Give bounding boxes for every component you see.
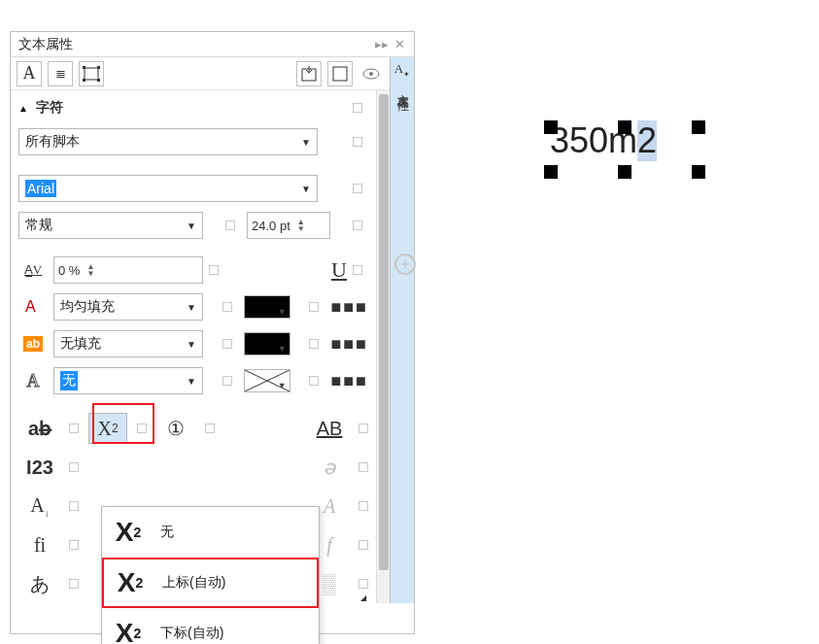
outline-checkbox[interactable]	[222, 376, 232, 386]
character-tool-button[interactable]: A	[17, 61, 42, 86]
outline-dropdown[interactable]: 无 ▼	[53, 367, 203, 394]
popup-item-subscript-auto[interactable]: X2 下标(自动)	[102, 608, 319, 644]
popup-label: 无	[160, 524, 174, 541]
font-style-dropdown[interactable]: 常规 ▼	[18, 212, 203, 239]
canvas-text-object[interactable]: 350m2	[550, 120, 657, 161]
fx-checkbox[interactable]	[358, 579, 368, 589]
kerning-input[interactable]: 0 % ▲▼	[53, 256, 203, 284]
font-size-input[interactable]: 24.0 pt ▲▼	[247, 212, 330, 239]
svg-rect-0	[85, 68, 98, 80]
panel-title: 文本属性	[18, 36, 375, 53]
new-page-tool-button[interactable]	[327, 61, 353, 86]
fx-checkbox[interactable]	[137, 424, 147, 433]
outline-swatch[interactable]: ▼	[244, 369, 290, 392]
fill-color-swatch[interactable]: ▼	[244, 295, 290, 319]
allcaps-button[interactable]: AB	[310, 413, 349, 444]
scrollbar-thumb[interactable]	[379, 94, 389, 570]
circled-button[interactable]: ①	[156, 413, 195, 444]
popup-label: 下标(自动)	[160, 625, 223, 642]
ruby-button[interactable]: あ	[20, 568, 59, 599]
kerning-icon: A̲V	[18, 257, 48, 283]
outline-value: 无	[60, 371, 78, 390]
chevron-down-icon: ▼	[301, 137, 311, 148]
fx-checkbox[interactable]	[358, 540, 368, 550]
font-family-dropdown[interactable]: Arial ▼	[18, 175, 318, 202]
ligature-button[interactable]: fi	[20, 529, 59, 560]
spin-down-icon[interactable]: ▼	[84, 270, 97, 277]
fx-checkbox[interactable]	[69, 579, 79, 589]
bg-fill-more-button[interactable]: ■■■	[330, 334, 368, 355]
strikethrough-button[interactable]: ab̶	[20, 413, 59, 444]
text-properties-tab-icon: A✦	[393, 61, 411, 79]
bg-fill-type-dropdown[interactable]: 无填充 ▼	[53, 330, 203, 357]
svg-rect-2	[97, 66, 100, 69]
fx-checkbox[interactable]	[358, 501, 368, 511]
bg-fill-color-checkbox[interactable]	[309, 339, 319, 349]
tool-strip: A ≣	[11, 57, 390, 90]
underline-button[interactable]: U	[331, 257, 347, 283]
import-tool-button[interactable]	[296, 61, 322, 86]
selection-handle[interactable]	[544, 165, 558, 179]
panel-header-icons: ▸▸ ✕	[375, 38, 406, 51]
frame-tool-button[interactable]	[79, 61, 104, 86]
ring-button[interactable]: ə	[310, 452, 349, 483]
collapse-icon[interactable]: ▸▸	[375, 38, 389, 51]
outline-more-button[interactable]: ■■■	[330, 371, 368, 391]
numeric-button[interactable]: I23	[20, 452, 59, 483]
selection-handle[interactable]	[544, 120, 558, 134]
script-dropdown[interactable]: 所有脚本 ▼	[18, 128, 318, 155]
selection-handle[interactable]	[692, 165, 705, 179]
fill-color-checkbox[interactable]	[309, 302, 319, 312]
chevron-down-icon: ▼	[278, 307, 287, 317]
underline-checkbox[interactable]	[353, 265, 362, 275]
fill-type-checkbox[interactable]	[222, 302, 232, 312]
selection-handle[interactable]	[692, 120, 705, 134]
close-icon[interactable]: ✕	[392, 38, 406, 51]
superscript-button[interactable]: X2◢	[88, 413, 127, 444]
kerning-checkbox[interactable]	[209, 265, 219, 275]
paragraph-tool-button[interactable]: ≣	[48, 61, 73, 86]
popup-item-superscript-auto[interactable]: X2 上标(自动)	[102, 558, 319, 608]
fill-type-dropdown[interactable]: 均匀填充 ▼	[53, 293, 203, 321]
fx-checkbox[interactable]	[69, 501, 79, 511]
font-family-checkbox[interactable]	[353, 184, 362, 193]
collapse-triangle-icon: ▲	[18, 103, 28, 114]
chevron-down-icon: ▼	[187, 376, 196, 387]
popup-item-none[interactable]: X2 无	[102, 507, 319, 558]
fx-checkbox[interactable]	[358, 462, 368, 472]
dropcap-button[interactable]: A↓	[20, 491, 59, 522]
font-size-value: 24.0 pt	[252, 219, 290, 233]
font-style-checkbox[interactable]	[225, 220, 235, 230]
selection-handle[interactable]	[618, 120, 631, 134]
visibility-tool-button[interactable]	[358, 61, 384, 86]
fx-checkbox[interactable]	[69, 424, 79, 433]
selection-handle[interactable]	[618, 165, 631, 179]
section-header-character[interactable]: ▲ 字符	[18, 96, 368, 119]
font-size-checkbox[interactable]	[353, 220, 362, 230]
outline-swatch-checkbox[interactable]	[309, 376, 319, 386]
chevron-down-icon: ▼	[278, 381, 287, 390]
section-checkbox[interactable]	[353, 103, 362, 113]
font-family-value: Arial	[25, 180, 56, 197]
popup-icon-sup: X2	[102, 509, 154, 556]
script-checkbox[interactable]	[353, 137, 362, 147]
chevron-down-icon: ▼	[187, 220, 196, 231]
fx-checkbox[interactable]	[205, 424, 215, 433]
fx-checkbox[interactable]	[69, 462, 79, 472]
bg-fill-color-swatch[interactable]: ▼	[244, 332, 290, 356]
fill-icon: A	[18, 294, 48, 320]
fx-checkbox[interactable]	[69, 540, 79, 550]
panel-scrollbar[interactable]	[376, 90, 390, 603]
add-tab-button[interactable]: ＋	[394, 254, 416, 275]
panel-header: 文本属性 ▸▸ ✕	[11, 32, 414, 57]
section-title: 字符	[36, 99, 63, 117]
fx-checkbox[interactable]	[358, 424, 368, 433]
fill-more-button[interactable]: ■■■	[330, 297, 368, 318]
chevron-down-icon: ▼	[278, 344, 287, 354]
background-fill-icon: ab	[18, 331, 48, 356]
outline-icon: A	[18, 368, 48, 393]
panel-side-tab[interactable]: A✦ 文本属性	[390, 57, 414, 603]
font-style-value: 常规	[25, 217, 52, 234]
bg-fill-type-checkbox[interactable]	[222, 339, 232, 349]
spin-down-icon[interactable]: ▼	[294, 225, 308, 232]
